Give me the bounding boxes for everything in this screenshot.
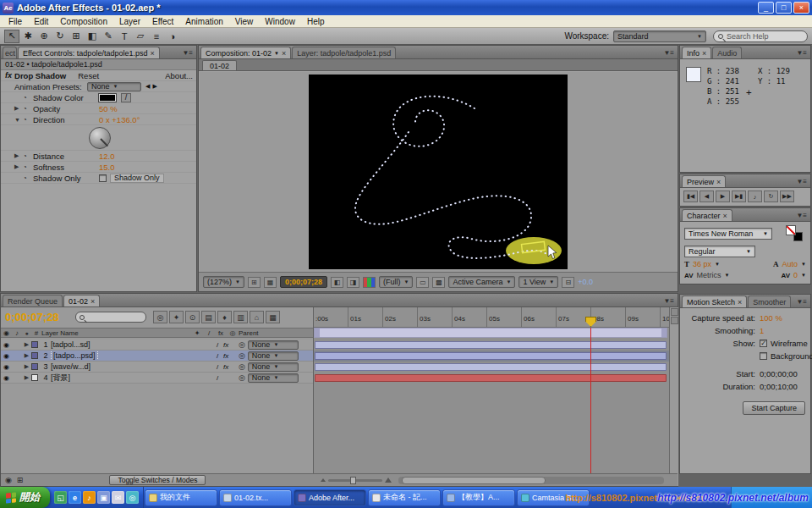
menu-window[interactable]: Window — [259, 17, 301, 26]
shape-tool-icon[interactable]: ▱ — [133, 30, 148, 43]
tracking-value[interactable]: 0 — [793, 271, 798, 279]
layer-color-chip[interactable] — [31, 341, 38, 348]
loop-button[interactable]: ↻ — [764, 190, 778, 202]
layer-bar-2[interactable] — [315, 352, 667, 360]
menu-effect[interactable]: Effect — [146, 17, 179, 26]
tab-character[interactable]: Character× — [682, 209, 732, 221]
layer-row-4[interactable]: ◉ ▶ 4 [背景] / ◎ None▼ — [1, 373, 313, 384]
taskbar-item-tutorial-doc[interactable]: 【教學】A... — [442, 489, 515, 506]
quicklaunch-browser-icon[interactable]: e — [69, 491, 81, 504]
layer-color-chip[interactable] — [31, 352, 38, 359]
close-button[interactable]: × — [793, 2, 809, 14]
stopwatch-icon[interactable]: ◔ — [23, 94, 33, 102]
toggle-switches-modes-button[interactable]: Toggle Switches / Modes — [109, 475, 206, 485]
layer-expander-icon[interactable]: ▶ — [22, 341, 31, 348]
expander-icon[interactable]: ▶ — [14, 152, 23, 159]
mask-visibility-icon[interactable]: ▦ — [264, 277, 277, 288]
panel-menu-icon[interactable]: ▼≡ — [793, 178, 810, 187]
menu-layer[interactable]: Layer — [113, 17, 146, 26]
visibility-toggle[interactable]: ◉ — [1, 341, 12, 349]
zoom-in-icon[interactable] — [385, 478, 392, 483]
menu-composition[interactable]: Composition — [54, 17, 113, 26]
layer-name[interactable]: [tadpo...psd] — [51, 351, 211, 360]
preset-next-icon[interactable]: ▶ — [152, 83, 156, 90]
horizontal-scrollbar[interactable] — [398, 477, 664, 484]
quality-switch[interactable]: / — [211, 374, 223, 382]
timeline-current-time[interactable]: 0;00;07;28 — [5, 311, 59, 323]
tab-project[interactable]: ect — [3, 47, 17, 58]
direction-dial[interactable] — [89, 127, 111, 149]
chevron-down-icon[interactable]: ▼ — [801, 273, 806, 278]
tab-effect-controls[interactable]: Effect Controls: tadpole/tadpole1.psd × — [18, 47, 160, 58]
timeline-search-input[interactable] — [75, 312, 146, 323]
eyedropper-icon[interactable]: / — [121, 93, 131, 102]
exposure-value[interactable]: +0.0 — [578, 278, 593, 286]
view-layout-select[interactable]: 1 View▼ — [518, 276, 558, 288]
smoothing-value[interactable]: 1 — [760, 326, 764, 335]
close-tab-icon[interactable]: × — [91, 297, 95, 306]
quality-switch[interactable]: / — [211, 341, 223, 349]
graph-editor-icon[interactable]: ▦ — [266, 311, 280, 323]
tab-info[interactable]: Info× — [682, 47, 711, 58]
visibility-toggle[interactable]: ◉ — [1, 352, 12, 360]
parent-select[interactable]: None▼ — [248, 362, 299, 372]
current-time-indicator-line[interactable] — [590, 328, 591, 473]
layer-name[interactable]: [wave/w...d] — [51, 362, 211, 371]
transparency-grid-icon[interactable]: ▩ — [432, 277, 445, 288]
visibility-toggle[interactable]: ◉ — [1, 363, 12, 371]
kerning-value[interactable]: Metrics — [697, 271, 721, 279]
font-family-select[interactable]: Times New Roman▼ — [684, 228, 772, 240]
snapshot-icon[interactable]: ◧ — [331, 277, 343, 288]
show-snapshot-icon[interactable]: ◨ — [347, 277, 359, 288]
motion-blur-icon[interactable]: ♦ — [217, 311, 232, 323]
parent-column-label[interactable]: Parent — [239, 329, 313, 337]
clone-tool-icon[interactable]: ◑ — [165, 30, 180, 43]
pan-behind-tool-icon[interactable]: ◧ — [85, 30, 100, 43]
hide-shy-layers-icon[interactable]: ⊙ — [185, 311, 200, 323]
timeline-zoom-slider[interactable] — [321, 478, 392, 483]
quicklaunch-desktop-icon[interactable]: ◱ — [54, 491, 67, 504]
scrollbar-thumb[interactable] — [402, 477, 546, 484]
layer-name[interactable]: [背景] — [51, 373, 211, 384]
about-link[interactable]: About... — [165, 71, 193, 80]
close-tab-icon[interactable]: × — [702, 49, 706, 58]
pickwhip-icon[interactable]: ◎ — [239, 362, 245, 371]
search-help-input[interactable]: Search Help — [713, 30, 808, 42]
softness-value[interactable]: 15.0 — [99, 163, 115, 172]
menu-view[interactable]: View — [229, 17, 260, 26]
capture-speed-value[interactable]: 100 % — [760, 313, 782, 323]
layer-color-chip[interactable] — [31, 374, 38, 381]
layer-name-column-label[interactable]: Layer Name — [41, 329, 191, 337]
close-tab-icon[interactable]: × — [723, 212, 727, 220]
panel-menu-icon[interactable]: ▼≡ — [793, 212, 810, 221]
fx-switch[interactable]: fx — [223, 363, 239, 371]
menu-file[interactable]: File — [3, 17, 28, 26]
parent-select[interactable]: None▼ — [248, 340, 299, 350]
taskbar-item-text-file[interactable]: 01-02.tx... — [219, 489, 292, 506]
pen-tool-icon[interactable]: ✎ — [101, 30, 116, 43]
panel-menu-icon[interactable]: ▼≡ — [793, 298, 810, 307]
taskbar-item-my-documents[interactable]: 我的文件 — [145, 489, 217, 506]
layer-bar-3[interactable] — [315, 363, 667, 371]
parent-select[interactable]: None▼ — [248, 351, 299, 361]
zoom-handle[interactable] — [350, 477, 356, 484]
tab-timeline-comp[interactable]: 01-02× — [63, 295, 100, 306]
direction-value[interactable]: 0 x +136.0° — [99, 115, 140, 124]
layer-expander-icon[interactable]: ▶ — [22, 363, 31, 370]
layer-expander-icon[interactable]: ▶ — [22, 374, 31, 381]
expander-open-icon[interactable]: ▼ — [14, 117, 23, 123]
draft-3d-icon[interactable]: ✦ — [169, 311, 184, 323]
next-frame-button[interactable]: ▶▮ — [732, 190, 746, 202]
fill-stroke-swatches[interactable] — [784, 224, 806, 243]
audio-button[interactable]: ♪ — [748, 190, 762, 202]
frame-blending-icon[interactable]: ▤ — [201, 311, 216, 323]
pickwhip-icon[interactable]: ◎ — [239, 373, 245, 382]
start-button[interactable]: 開始 — [0, 487, 50, 508]
region-of-interest-icon[interactable]: ▭ — [416, 277, 429, 288]
font-style-select[interactable]: Regular▼ — [684, 246, 755, 257]
resolution-select[interactable]: (Full)▼ — [379, 276, 413, 288]
shadow-color-swatch[interactable] — [99, 94, 116, 102]
panel-menu-icon[interactable]: ▼≡ — [793, 49, 810, 58]
parent-select[interactable]: None▼ — [248, 373, 299, 383]
stopwatch-icon[interactable]: ◔ — [23, 105, 33, 113]
